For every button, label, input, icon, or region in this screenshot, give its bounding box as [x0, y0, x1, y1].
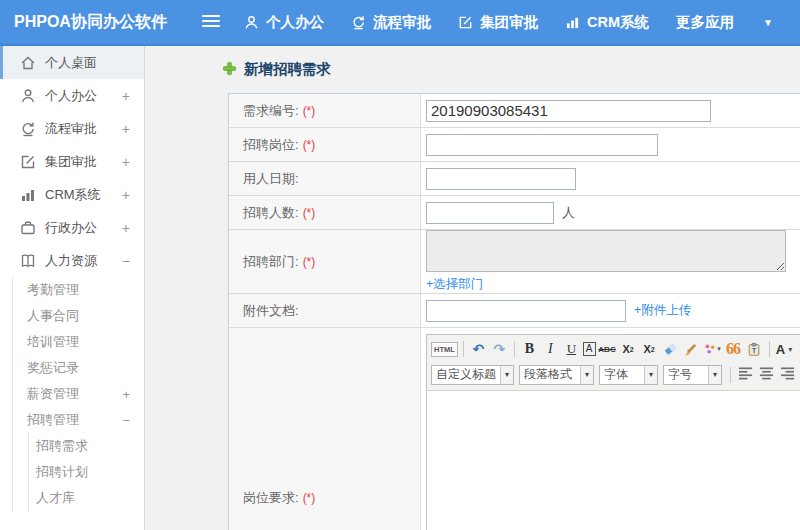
- required-mark: (*): [303, 104, 316, 118]
- font-color-button[interactable]: A▾: [775, 339, 794, 359]
- bar-chart-icon: [565, 15, 580, 30]
- font-size-select[interactable]: 字号 ▾: [663, 365, 722, 385]
- user-icon: [20, 88, 36, 104]
- sidebar-item-attendance[interactable]: 考勤管理: [13, 277, 144, 303]
- expand-plus-icon[interactable]: +: [122, 88, 130, 104]
- menu-toggle-icon[interactable]: [202, 15, 220, 29]
- required-mark: (*): [303, 491, 316, 505]
- paragraph-format-select[interactable]: 段落格式 ▾: [519, 365, 594, 385]
- sidebar-item-process-approval[interactable]: 流程审批 +: [0, 112, 144, 145]
- main-content: 新增招聘需求 需求编号: (*) 招聘岗位: (*) 用人日期:: [146, 46, 800, 530]
- sidebar-item-recruit-demand[interactable]: 招聘需求: [29, 433, 144, 459]
- italic-button[interactable]: I: [541, 339, 560, 359]
- blockquote-button[interactable]: 66: [724, 339, 743, 359]
- home-icon: [20, 55, 36, 71]
- headcount-input[interactable]: [426, 202, 554, 224]
- sidebar-item-salary[interactable]: 薪资管理+: [13, 381, 144, 407]
- sidebar-item-crm-system[interactable]: CRM系统 +: [0, 178, 144, 211]
- superscript-button[interactable]: X2: [619, 339, 638, 359]
- expand-plus-icon[interactable]: +: [122, 154, 130, 170]
- edit-icon: [458, 15, 473, 30]
- book-icon: [20, 253, 36, 269]
- green-plus-icon: [222, 61, 237, 79]
- align-left-icon[interactable]: [738, 366, 753, 384]
- alignment-group: [738, 366, 800, 384]
- caret-down-icon: ▾: [580, 366, 593, 384]
- page-title: 新增招聘需求: [222, 60, 331, 79]
- redo-icon[interactable]: ↷: [490, 339, 509, 359]
- required-mark: (*): [303, 255, 316, 269]
- strikethrough-button[interactable]: ABC: [598, 339, 617, 359]
- custom-title-select[interactable]: 自定义标题 ▾: [431, 365, 514, 385]
- sidebar-item-talent-pool[interactable]: 人才库: [29, 485, 144, 511]
- top-header: PHPOA协同办公软件 个人办公 流程审批 集团审批 CRM系统 更多应用 ▼: [0, 0, 800, 46]
- demand-number-input[interactable]: [426, 100, 711, 122]
- sidebar: 个人桌面 个人办公 + 流程审批 + 集团审批 + CRM系统 + 行政办公 +…: [0, 46, 145, 530]
- eraser-icon[interactable]: [661, 339, 680, 359]
- position-input[interactable]: [426, 134, 658, 156]
- briefcase-icon: [20, 220, 36, 236]
- recruit-demand-form: 需求编号: (*) 招聘岗位: (*) 用人日期:: [228, 93, 800, 530]
- form-row-requirements: 岗位要求: (*) HTML ↶ ↷ B I U: [229, 328, 800, 530]
- nav-group-approval[interactable]: 集团审批: [458, 13, 538, 32]
- underline-button[interactable]: U: [562, 339, 581, 359]
- field-label: 用人日期:: [243, 170, 299, 188]
- font-family-select[interactable]: 字体 ▾: [599, 365, 658, 385]
- remove-format-icon[interactable]: ▾: [703, 339, 722, 359]
- editor-toolbar: HTML ↶ ↷ B I U A ABC X2 X2: [427, 335, 800, 391]
- hr-submenu: 考勤管理 人事合同 培训管理 奖惩记录 薪资管理+ 招聘管理− 招聘需求 招聘计…: [12, 277, 144, 511]
- form-row-demand-number: 需求编号: (*): [229, 94, 800, 128]
- caret-down-icon: ▾: [500, 366, 513, 384]
- font-style-button[interactable]: A: [583, 342, 596, 356]
- sidebar-item-personal-desktop[interactable]: 个人桌面: [0, 46, 144, 79]
- field-label: 需求编号:: [243, 102, 299, 120]
- sidebar-item-group-approval[interactable]: 集团审批 +: [0, 145, 144, 178]
- caret-down-icon: ▾: [644, 366, 657, 384]
- sidebar-item-personal-office[interactable]: 个人办公 +: [0, 79, 144, 112]
- collapse-minus-icon[interactable]: −: [122, 413, 130, 428]
- sidebar-item-rewards[interactable]: 奖惩记录: [13, 355, 144, 381]
- nav-more-apps[interactable]: 更多应用: [676, 13, 734, 32]
- required-mark: (*): [303, 138, 316, 152]
- expand-plus-icon[interactable]: +: [122, 220, 130, 236]
- app-logo: PHPOA协同办公软件: [14, 0, 167, 44]
- sidebar-item-training[interactable]: 培训管理: [13, 329, 144, 355]
- expand-plus-icon[interactable]: +: [122, 387, 130, 402]
- subscript-button[interactable]: X2: [640, 339, 659, 359]
- unit-suffix: 人: [562, 204, 575, 222]
- select-department-link[interactable]: +选择部门: [426, 276, 483, 293]
- field-label: 招聘岗位:: [243, 136, 299, 154]
- undo-icon[interactable]: ↶: [469, 339, 488, 359]
- sidebar-item-admin-office[interactable]: 行政办公 +: [0, 211, 144, 244]
- nav-personal-office[interactable]: 个人办公: [244, 13, 324, 32]
- nav-crm-system[interactable]: CRM系统: [565, 13, 649, 32]
- sidebar-item-hr-contract[interactable]: 人事合同: [13, 303, 144, 329]
- process-icon: [20, 121, 36, 137]
- department-textarea[interactable]: [426, 230, 786, 272]
- expand-plus-icon[interactable]: +: [122, 121, 130, 137]
- align-center-icon[interactable]: [759, 366, 774, 384]
- sidebar-item-human-resources[interactable]: 人力资源 −: [0, 244, 144, 277]
- hire-date-input[interactable]: [426, 168, 576, 190]
- html-source-button[interactable]: HTML: [431, 342, 458, 357]
- field-label: 岗位要求:: [243, 489, 299, 507]
- format-painter-icon[interactable]: [682, 339, 701, 359]
- nav-process-approval[interactable]: 流程审批: [351, 13, 431, 32]
- rich-text-editor: HTML ↶ ↷ B I U A ABC X2 X2: [426, 334, 800, 530]
- paste-text-icon[interactable]: T: [745, 339, 764, 359]
- expand-plus-icon[interactable]: +: [122, 187, 130, 203]
- top-nav: 个人办公 流程审批 集团审批 CRM系统 更多应用 ▼: [244, 0, 773, 44]
- collapse-minus-icon[interactable]: −: [122, 253, 130, 269]
- caret-down-icon: ▾: [708, 366, 721, 384]
- svg-text:T: T: [752, 346, 757, 355]
- field-label: 附件文档:: [243, 302, 299, 320]
- attachment-input[interactable]: [426, 300, 626, 322]
- editor-content-area[interactable]: [427, 391, 800, 530]
- align-right-icon[interactable]: [780, 366, 795, 384]
- sidebar-item-recruit-mgmt[interactable]: 招聘管理−: [13, 407, 144, 433]
- sidebar-item-recruit-plan[interactable]: 招聘计划: [29, 459, 144, 485]
- caret-down-icon[interactable]: ▼: [763, 17, 773, 28]
- edit-icon: [20, 154, 36, 170]
- bold-button[interactable]: B: [520, 339, 539, 359]
- upload-attachment-link[interactable]: +附件上传: [634, 302, 691, 319]
